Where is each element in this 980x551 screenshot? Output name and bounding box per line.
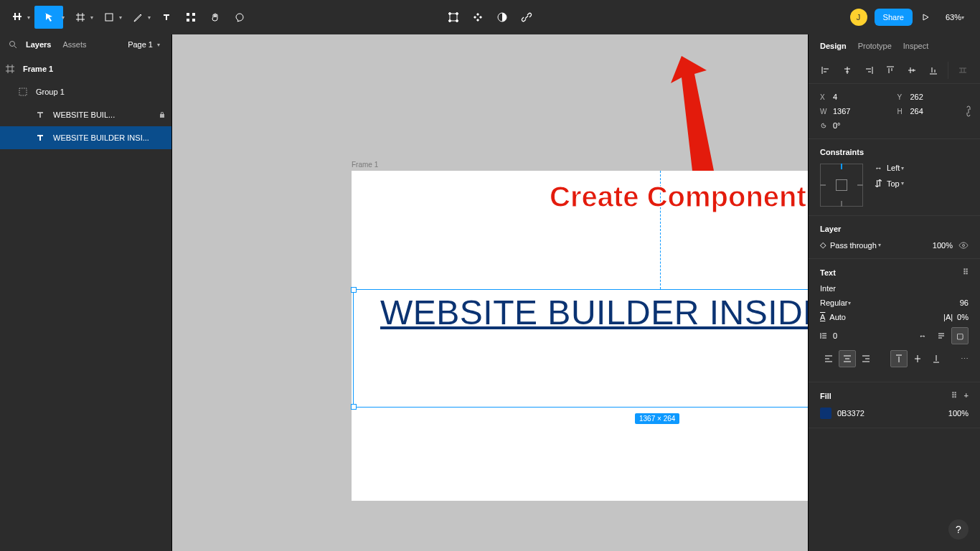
create-component-button[interactable] <box>466 6 489 29</box>
prototype-tab[interactable]: Prototype <box>858 42 892 50</box>
inspect-tab[interactable]: Inspect <box>903 42 928 50</box>
vertical-icon: ⇵ <box>875 178 882 189</box>
svg-rect-4 <box>192 19 195 22</box>
chevron-down-icon[interactable]: ▾ <box>90 14 93 21</box>
layer-row-group[interactable]: Group 1 <box>0 80 171 103</box>
align-vcenter-button[interactable] <box>903 62 920 79</box>
line-height-field[interactable]: A Auto <box>820 313 846 321</box>
text-align-top-button[interactable] <box>890 350 908 367</box>
constraint-picker[interactable] <box>820 164 863 207</box>
shape-tool[interactable] <box>98 6 121 29</box>
text-align-left-button[interactable] <box>820 350 837 367</box>
top-toolbar: ▾ ▾ ▾ ▾ ▾ <box>0 0 980 34</box>
constraints-section: Constraints ↔ Left ▾ <box>809 139 980 216</box>
search-icon[interactable] <box>9 40 17 49</box>
fill-hex-field[interactable]: 0B3372 <box>837 409 864 418</box>
auto-width-button[interactable]: ↔ <box>914 327 931 344</box>
opacity-field[interactable] <box>924 241 953 250</box>
frame-label[interactable]: Frame 1 <box>352 161 378 169</box>
svg-rect-12 <box>19 88 27 95</box>
align-bottom-button[interactable] <box>925 62 942 79</box>
fill-styles-icon[interactable]: ⠿ <box>951 391 957 400</box>
visibility-icon[interactable] <box>958 242 969 249</box>
user-avatar[interactable]: J <box>850 9 867 26</box>
align-left-button[interactable] <box>817 62 834 79</box>
link-wh-icon[interactable] <box>964 105 973 117</box>
resources-tool[interactable] <box>179 6 202 29</box>
text-align-middle-button[interactable] <box>909 350 926 367</box>
move-tool[interactable] <box>34 6 63 29</box>
svg-point-8 <box>449 20 451 22</box>
text-icon <box>36 110 47 119</box>
layer-row-text-locked[interactable]: WEBSITE BUIL... <box>0 103 171 126</box>
h-field[interactable]: H <box>897 107 969 116</box>
layer-section: Layer ◇ Pass through ▾ <box>809 216 980 259</box>
auto-height-button[interactable] <box>933 327 950 344</box>
align-right-button[interactable] <box>860 62 877 79</box>
font-weight-dropdown[interactable]: Regular▾ <box>820 298 854 307</box>
chevron-down-icon[interactable]: ▾ <box>148 14 151 21</box>
text-icon <box>36 133 47 142</box>
assets-tab[interactable]: Assets <box>62 40 86 49</box>
annotation-label: Create Component <box>550 181 806 213</box>
x-field[interactable]: X <box>820 93 892 101</box>
pen-tool[interactable] <box>126 6 149 29</box>
y-field[interactable]: Y <box>897 93 969 101</box>
share-button[interactable]: Share <box>875 9 913 26</box>
mask-tool[interactable] <box>491 6 514 29</box>
present-button[interactable] <box>914 6 937 29</box>
letter-spacing-field[interactable]: |A| 0% <box>943 313 969 321</box>
main-menu-button[interactable] <box>6 6 29 29</box>
page-dropdown[interactable]: Page 1▾ <box>128 40 163 49</box>
align-hcenter-button[interactable] <box>839 62 856 79</box>
chevron-down-icon[interactable]: ▾ <box>27 14 30 21</box>
svg-point-11 <box>10 42 15 47</box>
font-family-dropdown[interactable]: Inter <box>820 284 836 293</box>
constraint-h-dropdown[interactable]: ↔ Left ▾ <box>875 164 907 172</box>
distribute-button[interactable] <box>954 62 971 79</box>
help-button[interactable]: ? <box>948 519 969 540</box>
svg-point-7 <box>456 13 458 15</box>
frame-icon <box>6 65 17 73</box>
fill-opacity-field[interactable]: 100% <box>948 409 969 418</box>
design-tab[interactable]: Design <box>820 42 847 50</box>
text-align-center-button[interactable] <box>839 350 856 367</box>
chevron-down-icon[interactable]: ▾ <box>119 14 122 21</box>
layer-row-frame[interactable]: Frame 1 <box>0 57 171 80</box>
constraint-v-dropdown[interactable]: ⇵ Top ▾ <box>875 178 907 189</box>
svg-rect-3 <box>187 19 189 22</box>
text-styles-icon[interactable]: ⠿ <box>963 268 969 277</box>
zoom-dropdown[interactable]: 63%▾ <box>938 9 974 26</box>
align-top-button[interactable] <box>882 62 899 79</box>
selection-dimensions: 1367 × 264 <box>635 413 679 424</box>
svg-point-6 <box>449 13 451 15</box>
canvas[interactable]: Frame 1 WEBSITE BUILDER INSIDER 1367 × 2… <box>172 34 808 551</box>
layer-row-text-selected[interactable]: WEBSITE BUILDER INSI... <box>0 126 171 149</box>
chevron-down-icon[interactable]: ▾ <box>62 14 65 21</box>
hand-tool[interactable] <box>204 6 227 29</box>
edit-object-tool[interactable] <box>442 6 465 29</box>
svg-rect-1 <box>187 13 189 16</box>
left-panel: Layers Assets Page 1▾ Frame 1 Group 1 <box>0 34 172 551</box>
svg-point-13 <box>963 244 965 246</box>
blend-mode-dropdown[interactable]: ◇ Pass through ▾ <box>820 240 884 250</box>
svg-rect-2 <box>192 13 195 16</box>
add-fill-button[interactable]: + <box>964 391 969 400</box>
text-more-button[interactable]: ⋯ <box>961 354 969 364</box>
link-tool[interactable] <box>515 6 538 29</box>
fill-color-swatch[interactable] <box>820 408 831 419</box>
paragraph-spacing-field[interactable]: 0 <box>820 331 837 340</box>
horizontal-icon: ↔ <box>875 164 882 172</box>
lock-icon[interactable] <box>159 111 166 118</box>
w-field[interactable]: W <box>820 107 892 116</box>
text-align-bottom-button[interactable] <box>928 350 945 367</box>
layers-tab[interactable]: Layers <box>26 40 51 49</box>
text-tool[interactable] <box>155 6 178 29</box>
right-panel: Design Prototype Inspect X Y W H <box>808 34 980 551</box>
frame-tool[interactable] <box>69 6 92 29</box>
font-size-field[interactable] <box>947 298 969 307</box>
comment-tool[interactable] <box>228 6 251 29</box>
text-align-right-button[interactable] <box>857 350 875 367</box>
rotation-field[interactable] <box>820 121 892 130</box>
fixed-size-button[interactable]: ▢ <box>951 327 969 344</box>
